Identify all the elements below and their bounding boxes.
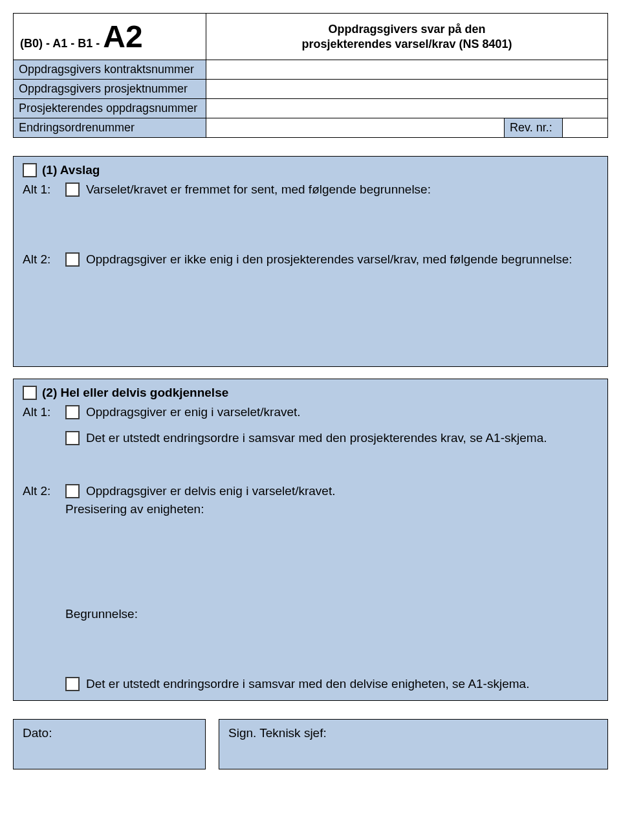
s2-alt2-sub1: Presisering av enigheten: [65, 502, 598, 516]
section-2-title-row: (2) Hel eller delvis godkjennelse [23, 386, 598, 400]
s2-alt2-sub2: Begrunnelse: [65, 607, 598, 621]
s2-alt2-sub2-freeform[interactable] [23, 621, 598, 673]
change-order-field[interactable] [206, 118, 505, 138]
section-2-title: (2) Hel eller delvis godkjennelse [42, 386, 228, 400]
section-1-avslag: (1) Avslag Alt 1: Varselet/kravet er fre… [13, 156, 608, 367]
section-2-alt2-row: Alt 2: Oppdragsgiver er delvis enig i va… [23, 484, 598, 498]
alt1-checkbox[interactable] [65, 182, 80, 197]
rev-label: Rev. nr.: [505, 118, 563, 138]
section-1-title-row: (1) Avslag [23, 163, 598, 177]
assignment-number-field[interactable] [206, 99, 608, 118]
section-2-alt1-sub-row: Det er utstedt endringsordre i samsvar m… [65, 431, 598, 445]
s2-alt2-footer-text: Det er utstedt endringsordre i samsvar m… [86, 677, 529, 691]
alt2-label: Alt 2: [23, 252, 59, 267]
contract-number-label: Oppdragsgivers kontraktsnummer [14, 60, 206, 80]
contract-number-field[interactable] [206, 60, 608, 80]
form-title-line2: prosjekterendes varsel/krav (NS 8401) [210, 37, 604, 52]
section-2-checkbox[interactable] [23, 386, 37, 400]
assignment-number-label: Prosjekterendes oppdragsnummer [14, 99, 206, 118]
s2-alt2-text: Oppdragsgiver er delvis enig i varselet/… [86, 484, 335, 498]
section-1-alt2-row: Alt 2: Oppdragsgiver er ikke enig i den … [23, 252, 598, 267]
section-1-alt2-freeform[interactable] [23, 267, 598, 357]
form-code-prefix: (B0) - A1 - B1 - [20, 37, 103, 50]
form-title-line1: Oppdragsgivers svar på den [210, 22, 604, 37]
s2-alt2-checkbox[interactable] [65, 484, 80, 498]
section-2-godkjennelse: (2) Hel eller delvis godkjennelse Alt 1:… [13, 379, 608, 701]
project-number-label: Oppdragsgivers prosjektnummer [14, 80, 206, 99]
section-2-alt1-row: Alt 1: Oppdragsgiver er enig i varselet/… [23, 405, 598, 419]
sign-label: Sign. Teknisk sjef: [228, 726, 327, 740]
alt2-checkbox[interactable] [65, 252, 80, 267]
s2-alt1-sub-checkbox[interactable] [65, 431, 80, 445]
section-2-alt2-footer-row: Det er utstedt endringsordre i samsvar m… [65, 677, 598, 691]
s2-alt2-sub1-freeform[interactable] [23, 516, 598, 607]
s2-alt1-label: Alt 1: [23, 405, 59, 419]
change-order-label: Endringsordrenummer [14, 118, 206, 138]
rev-field[interactable] [563, 118, 608, 138]
form-title-cell: Oppdragsgivers svar på den prosjekterend… [206, 14, 608, 60]
alt1-label: Alt 1: [23, 182, 59, 197]
form-code-cell: (B0) - A1 - B1 - A2 [14, 14, 206, 60]
sign-box[interactable]: Sign. Teknisk sjef: [219, 719, 608, 769]
section-1-title: (1) Avslag [42, 163, 100, 177]
date-label: Dato: [23, 726, 52, 740]
footer-row: Dato: Sign. Teknisk sjef: [13, 719, 608, 769]
section-1-alt1-freeform[interactable] [23, 197, 598, 249]
s2-alt2-footer-checkbox[interactable] [65, 677, 80, 691]
section-1-checkbox[interactable] [23, 163, 37, 177]
s2-alt2-label: Alt 2: [23, 484, 59, 498]
s2-alt1-sub-text: Det er utstedt endringsordre i samsvar m… [86, 431, 547, 445]
alt1-text: Varselet/kravet er fremmet for sent, med… [86, 182, 431, 197]
alt2-text: Oppdragsgiver er ikke enig i den prosjek… [86, 252, 572, 267]
form-code-main: A2 [103, 19, 142, 54]
section-1-alt1-row: Alt 1: Varselet/kravet er fremmet for se… [23, 182, 598, 197]
s2-alt1-text: Oppdragsgiver er enig i varselet/kravet. [86, 405, 301, 419]
date-box[interactable]: Dato: [13, 719, 206, 769]
header-table: (B0) - A1 - B1 - A2 Oppdragsgivers svar … [13, 13, 608, 138]
s2-alt1-checkbox[interactable] [65, 405, 80, 419]
project-number-field[interactable] [206, 80, 608, 99]
